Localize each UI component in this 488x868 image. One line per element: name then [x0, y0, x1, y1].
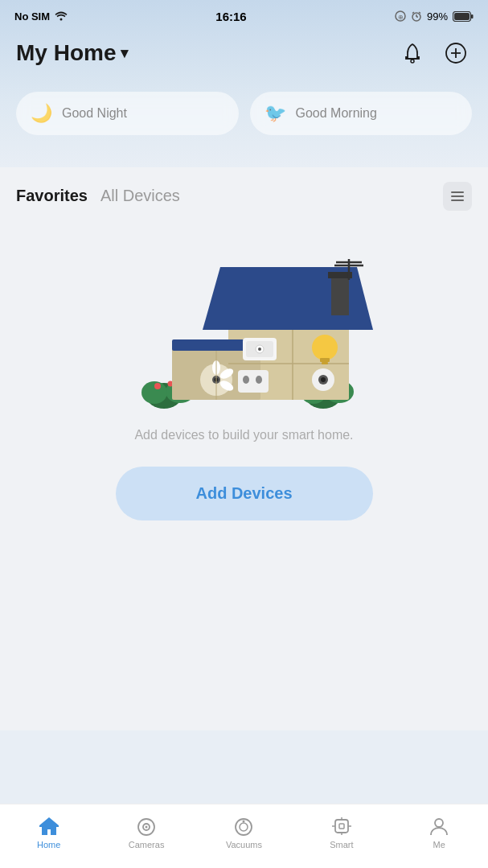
- smart-nav-icon: [330, 816, 353, 837]
- svg-rect-35: [331, 275, 349, 315]
- svg-point-54: [321, 377, 326, 382]
- wifi-icon: [55, 11, 68, 21]
- svg-text:⊕: ⊕: [397, 14, 403, 21]
- vacuum-nav-icon: [232, 816, 255, 837]
- good-morning-button[interactable]: 🐦 Good Morning: [250, 92, 473, 135]
- main-content: Favorites All Devices: [0, 167, 488, 730]
- carrier-info: No SIM: [14, 10, 68, 23]
- tab-favorites[interactable]: Favorites: [16, 187, 88, 207]
- lock-icon: ⊕: [395, 10, 406, 22]
- svg-point-46: [312, 335, 338, 360]
- home-nav-icon: [38, 816, 60, 837]
- good-night-label: Good Night: [62, 106, 127, 121]
- svg-line-7: [419, 12, 420, 14]
- nav-item-vacuums[interactable]: Vacuums: [215, 816, 272, 849]
- bottom-nav: Home Cameras Vacuums Smart: [0, 804, 488, 868]
- nav-item-me[interactable]: Me: [411, 816, 467, 849]
- list-view-button[interactable]: [443, 182, 472, 211]
- svg-point-51: [256, 376, 262, 384]
- notification-button[interactable]: [396, 37, 429, 69]
- alarm-icon: [411, 10, 422, 22]
- status-bar: No SIM 16:16 ⊕ 99%: [0, 0, 488, 29]
- nav-label-vacuums: Vacuums: [226, 840, 262, 849]
- plus-circle-icon: [445, 42, 467, 64]
- svg-rect-69: [339, 824, 344, 829]
- svg-point-74: [435, 819, 443, 827]
- profile-nav-icon: [428, 816, 450, 837]
- chevron-down-icon: ▾: [121, 44, 128, 62]
- svg-rect-9: [454, 13, 470, 20]
- nav-item-home[interactable]: Home: [21, 816, 77, 849]
- camera-nav-icon: [135, 816, 158, 837]
- good-night-button[interactable]: 🌙 Good Night: [16, 92, 239, 135]
- home-title-group[interactable]: My Home ▾: [16, 40, 128, 66]
- tab-all-devices[interactable]: All Devices: [100, 187, 180, 207]
- svg-point-64: [146, 825, 148, 828]
- add-devices-button[interactable]: Add Devices: [116, 467, 373, 520]
- app-header: My Home ▾: [0, 29, 488, 79]
- battery-info: ⊕ 99%: [395, 10, 474, 23]
- nav-label-home: Home: [37, 840, 60, 849]
- scene-buttons-row: 🌙 Good Night 🐦 Good Morning: [0, 79, 488, 159]
- empty-state-text: Add devices to build your smart home.: [134, 428, 353, 442]
- svg-point-50: [243, 376, 249, 384]
- home-title-text: My Home: [16, 40, 116, 66]
- svg-point-0: [60, 19, 63, 21]
- svg-point-67: [243, 820, 245, 822]
- tabs-row: Favorites All Devices: [0, 167, 488, 219]
- list-icon: [450, 191, 465, 202]
- svg-rect-10: [471, 14, 474, 19]
- svg-rect-49: [238, 370, 269, 393]
- svg-point-66: [240, 823, 248, 831]
- svg-line-6: [412, 12, 414, 14]
- svg-point-11: [411, 60, 414, 63]
- carrier-label: No SIM: [14, 10, 50, 23]
- tabs-left: Favorites All Devices: [16, 187, 180, 207]
- empty-state: Add devices to build your smart home. Ad…: [0, 219, 488, 553]
- moon-icon: 🌙: [31, 103, 52, 124]
- bird-icon: 🐦: [265, 103, 286, 124]
- house-illustration: [116, 235, 373, 420]
- time-display: 16:16: [215, 10, 246, 23]
- bell-icon: [402, 43, 423, 64]
- svg-point-20: [141, 381, 167, 404]
- svg-point-21: [154, 383, 161, 389]
- add-button[interactable]: [440, 37, 472, 69]
- battery-label: 99%: [427, 10, 448, 23]
- svg-rect-48: [322, 362, 328, 364]
- nav-label-me: Me: [433, 840, 445, 849]
- svg-rect-47: [320, 358, 330, 362]
- nav-item-cameras[interactable]: Cameras: [118, 816, 174, 849]
- good-morning-label: Good Morning: [296, 106, 377, 121]
- nav-label-cameras: Cameras: [129, 840, 165, 849]
- svg-point-45: [258, 348, 261, 351]
- nav-label-smart: Smart: [330, 840, 353, 849]
- header-action-icons: [396, 37, 472, 69]
- nav-item-smart[interactable]: Smart: [314, 816, 370, 849]
- battery-icon: [453, 11, 474, 22]
- svg-rect-68: [335, 820, 348, 833]
